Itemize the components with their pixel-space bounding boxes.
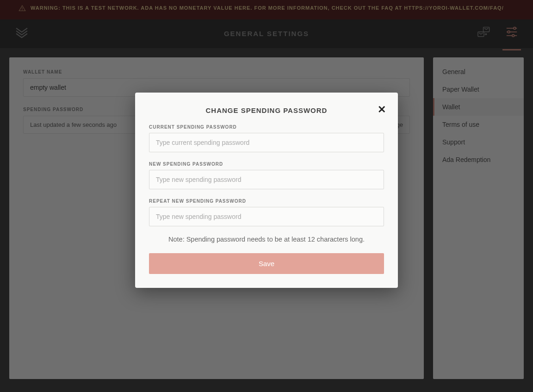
repeat-password-input[interactable] xyxy=(149,207,384,226)
password-length-note: Note: Spending password needs to be at l… xyxy=(149,236,384,243)
modal-title: CHANGE SPENDING PASSWORD xyxy=(149,106,384,114)
new-password-input[interactable] xyxy=(149,170,384,189)
change-password-modal: CHANGE SPENDING PASSWORD ✕ CURRENT SPEND… xyxy=(135,93,398,288)
current-password-field: CURRENT SPENDING PASSWORD xyxy=(149,124,384,152)
repeat-password-field: REPEAT NEW SPENDING PASSWORD xyxy=(149,199,384,226)
close-icon[interactable]: ✕ xyxy=(378,105,386,115)
modal-overlay[interactable]: CHANGE SPENDING PASSWORD ✕ CURRENT SPEND… xyxy=(0,0,533,392)
save-button[interactable]: Save xyxy=(149,253,384,274)
current-password-label: CURRENT SPENDING PASSWORD xyxy=(149,124,384,130)
new-password-label: NEW SPENDING PASSWORD xyxy=(149,162,384,167)
current-password-input[interactable] xyxy=(149,133,384,152)
repeat-password-label: REPEAT NEW SPENDING PASSWORD xyxy=(149,199,384,204)
new-password-field: NEW SPENDING PASSWORD xyxy=(149,162,384,189)
